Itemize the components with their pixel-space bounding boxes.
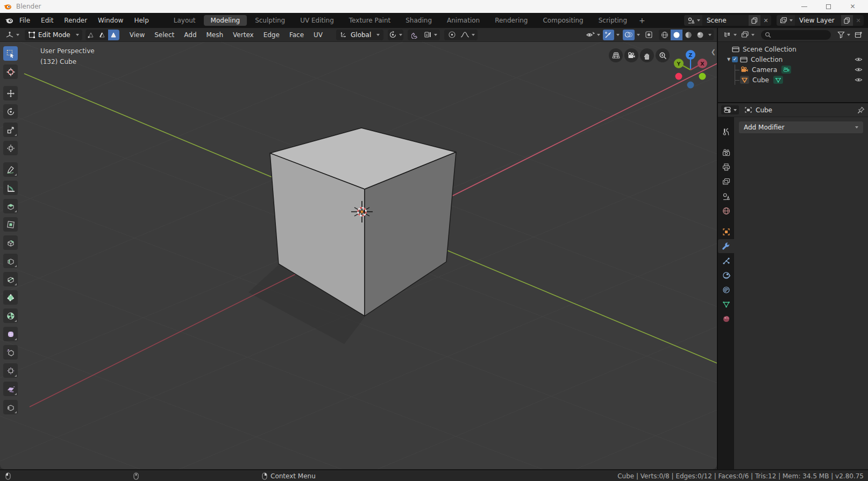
proportional-edit-toggle[interactable] xyxy=(446,30,458,40)
show-overlays-toggle[interactable] xyxy=(623,30,635,40)
outliner-filter-button[interactable] xyxy=(835,30,852,39)
add-modifier-dropdown[interactable]: Add Modifier xyxy=(739,121,863,133)
tool-select-box[interactable] xyxy=(3,46,18,61)
tool-extrude-region[interactable] xyxy=(3,199,18,213)
camera-data-badge[interactable] xyxy=(781,66,791,74)
visibility-eye-icon[interactable] xyxy=(855,67,863,73)
tab-animation[interactable]: Animation xyxy=(440,15,487,26)
transform-orientation-dropdown[interactable]: Global xyxy=(336,30,383,40)
view-layer-name[interactable]: View Layer xyxy=(795,17,841,24)
region-collapse-arrow[interactable]: ❮ xyxy=(711,48,716,55)
pin-id-button[interactable] xyxy=(857,106,865,114)
tab-modifiers[interactable] xyxy=(718,239,734,253)
tool-rotate[interactable] xyxy=(3,104,18,119)
unlink-scene-button[interactable]: ✕ xyxy=(760,15,771,26)
tab-constraints[interactable] xyxy=(718,283,734,297)
tab-modeling[interactable]: Modeling xyxy=(204,15,247,26)
shading-wireframe-button[interactable] xyxy=(659,30,671,40)
tool-move[interactable] xyxy=(3,86,18,100)
viewport-menu-add[interactable]: Add xyxy=(179,28,201,42)
tab-rendering[interactable]: Rendering xyxy=(488,15,535,26)
tool-scale[interactable] xyxy=(3,123,18,137)
tab-shading[interactable]: Shading xyxy=(399,15,439,26)
xray-toggle[interactable] xyxy=(643,30,654,40)
face-select-button[interactable] xyxy=(108,30,119,40)
viewport-menu-mesh[interactable]: Mesh xyxy=(202,28,229,42)
blender-app-menu-icon[interactable] xyxy=(4,16,14,25)
add-workspace-button[interactable]: + xyxy=(635,16,650,25)
tab-object[interactable] xyxy=(718,225,734,239)
tab-view-layer[interactable] xyxy=(718,175,734,189)
menu-file[interactable]: File xyxy=(14,13,35,28)
new-view-layer-button[interactable] xyxy=(841,15,853,26)
tool-edge-slide[interactable] xyxy=(3,345,18,360)
remove-view-layer-button[interactable]: ✕ xyxy=(853,15,864,26)
viewport-menu-edge[interactable]: Edge xyxy=(259,28,284,42)
outliner-search-input[interactable] xyxy=(761,30,831,40)
gizmo-dropdown-chevron[interactable] xyxy=(616,34,620,36)
snap-target-dropdown[interactable] xyxy=(422,30,439,40)
shading-dropdown[interactable] xyxy=(706,30,714,40)
viewport-menu-face[interactable]: Face xyxy=(284,28,309,42)
tab-uv-editing[interactable]: UV Editing xyxy=(293,15,341,26)
tab-tool[interactable] xyxy=(718,125,734,139)
outliner-editor-type-button[interactable] xyxy=(721,30,739,39)
outliner-row-cube[interactable]: Cube xyxy=(718,75,868,85)
tool-knife[interactable] xyxy=(3,272,18,286)
maximize-button[interactable] xyxy=(816,0,841,13)
menu-window[interactable]: Window xyxy=(93,13,129,28)
tab-render[interactable] xyxy=(718,146,734,160)
new-collection-button[interactable] xyxy=(852,30,865,39)
tool-annotate[interactable] xyxy=(3,162,18,177)
outliner-display-mode-button[interactable] xyxy=(739,30,757,39)
minimize-button[interactable] xyxy=(792,0,816,13)
visibility-eye-icon[interactable] xyxy=(855,56,863,62)
menu-render[interactable]: Render xyxy=(59,13,93,28)
mesh-data-badge[interactable] xyxy=(773,76,783,84)
tool-bevel[interactable] xyxy=(3,235,18,250)
camera-view-button[interactable] xyxy=(624,48,638,62)
tool-rip-region[interactable] xyxy=(3,400,18,414)
tab-particles[interactable] xyxy=(718,254,734,268)
tab-physics[interactable] xyxy=(718,268,734,282)
shading-rendered-button[interactable] xyxy=(694,30,706,40)
close-button[interactable]: ✕ xyxy=(841,0,865,13)
tab-material[interactable] xyxy=(718,312,734,326)
tool-loop-cut[interactable] xyxy=(3,254,18,268)
viewport-menu-vertex[interactable]: Vertex xyxy=(228,28,259,42)
tab-layout[interactable]: Layout xyxy=(167,15,203,26)
tab-scripting[interactable]: Scripting xyxy=(592,15,634,26)
tool-measure[interactable] xyxy=(3,181,18,195)
outliner-row-camera[interactable]: Camera xyxy=(718,64,868,75)
shading-solid-button[interactable] xyxy=(671,30,682,40)
snap-toggle-button[interactable] xyxy=(410,30,421,40)
tab-scene[interactable] xyxy=(718,189,734,203)
toggle-projection-button[interactable] xyxy=(609,48,623,62)
viewport-menu-uv[interactable]: UV xyxy=(309,28,328,42)
mode-dropdown[interactable]: Edit Mode xyxy=(25,30,82,40)
edge-select-button[interactable] xyxy=(97,30,108,40)
new-scene-button[interactable] xyxy=(749,15,760,26)
tab-texture-paint[interactable]: Texture Paint xyxy=(342,15,397,26)
viewport-menu-view[interactable]: View xyxy=(125,28,150,42)
show-gizmo-toggle[interactable] xyxy=(603,30,614,40)
tool-shear[interactable] xyxy=(3,382,18,396)
axis-orientation-gizmo[interactable]: Z Y X xyxy=(666,48,715,92)
tool-spin[interactable] xyxy=(3,308,18,323)
menu-help[interactable]: Help xyxy=(129,13,154,28)
tab-world[interactable] xyxy=(718,204,734,218)
overlays-dropdown-chevron[interactable] xyxy=(637,34,640,36)
pivot-point-dropdown[interactable] xyxy=(388,30,403,40)
visibility-eye-icon[interactable] xyxy=(855,77,863,83)
tool-inset-faces[interactable] xyxy=(3,217,18,232)
tab-compositing[interactable]: Compositing xyxy=(536,15,590,26)
tab-output[interactable] xyxy=(718,160,734,174)
tab-object-data[interactable] xyxy=(718,297,734,311)
view-layer-browse-button[interactable] xyxy=(777,15,795,26)
tool-shrink-fatten[interactable] xyxy=(3,363,18,378)
vertex-select-button[interactable] xyxy=(86,30,97,40)
outliner-row-scene-collection[interactable]: Scene Collection xyxy=(718,44,868,54)
visibility-dropdown[interactable] xyxy=(584,30,602,40)
editor-type-button[interactable] xyxy=(3,30,22,40)
tab-sculpting[interactable]: Sculpting xyxy=(248,15,292,26)
